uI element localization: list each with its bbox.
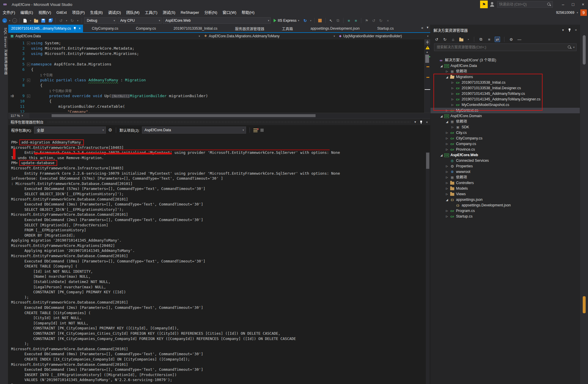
attach-process-icon[interactable] bbox=[317, 18, 323, 23]
navigate-backward-chevron-icon[interactable]: ▾ bbox=[8, 19, 11, 22]
notifications-flag-icon[interactable]: ⚑ bbox=[480, 1, 488, 8]
preview-selected-items-icon[interactable]: — bbox=[517, 37, 522, 42]
console-output[interactable]: PM>add-migration AddmanyToManyMicrosoft.… bbox=[8, 135, 430, 384]
menu-item-5[interactable]: 项目(P) bbox=[70, 9, 87, 16]
tree-item-program-cs[interactable]: ▷C#Program.cs bbox=[431, 208, 580, 214]
navigate-forward-icon[interactable]: → bbox=[12, 18, 17, 23]
expanded-arrow-icon[interactable]: ◢ bbox=[445, 119, 449, 124]
tree-item-company-cs[interactable]: ▷C#Company.cs bbox=[431, 141, 580, 147]
tree-item-appsettings-development-json[interactable]: {}appsettings.Development.json bbox=[431, 203, 580, 208]
clear-console-icon[interactable] bbox=[253, 128, 258, 132]
redo-chevron-icon[interactable]: ▾ bbox=[76, 19, 79, 22]
tree-item-citycompany-cs[interactable]: ▷C#CityCompany.cs bbox=[431, 136, 580, 141]
tab-active-migration-file[interactable]: 20190710141345...dmanyToMany.cs × bbox=[8, 25, 83, 32]
tree-item-20190710133538-initial-designer-cs[interactable]: ▷C#20190710133538_Initial.Designer.cs bbox=[431, 85, 580, 91]
se-back-icon[interactable]: ↺ bbox=[434, 37, 439, 42]
undo-icon[interactable]: ↺ bbox=[58, 18, 64, 23]
tree-item-mycontextmodelsnapshot-cs[interactable]: ▷C#MyContextModelSnapshot.cs bbox=[431, 102, 580, 108]
maximize-button[interactable]: □ bbox=[568, 0, 578, 9]
collapsed-arrow-icon[interactable]: ▷ bbox=[450, 91, 455, 97]
tree-item-appsettings-json[interactable]: ◢{}appsettings.json bbox=[431, 197, 580, 203]
next-bookmark-icon[interactable]: ↻ bbox=[378, 18, 384, 23]
pin-tab-icon[interactable] bbox=[73, 27, 76, 30]
menu-item-3[interactable]: 视图(V) bbox=[36, 9, 54, 16]
editor-horizontal-scrollbar[interactable] bbox=[29, 113, 430, 118]
minimize-button[interactable]: – bbox=[558, 0, 568, 9]
new-file-chevron-icon[interactable]: ▾ bbox=[29, 19, 32, 22]
collapsed-arrow-icon[interactable]: ▷ bbox=[445, 130, 449, 136]
tab-4[interactable]: 服务器资源管理器 bbox=[226, 25, 273, 32]
split-window-handle[interactable]: ╪ bbox=[425, 39, 430, 45]
expanded-arrow-icon[interactable]: ◢ bbox=[439, 63, 444, 69]
console-scroll-thumb[interactable] bbox=[426, 153, 429, 169]
collapsed-arrow-icon[interactable]: ▷ bbox=[445, 164, 449, 169]
tab-5[interactable]: 工具箱 bbox=[273, 25, 302, 32]
pin-panel-icon[interactable] bbox=[568, 28, 571, 32]
tree-item-startup-cs[interactable]: ▷C#Startup.cs bbox=[431, 214, 580, 219]
strip-scroll-thumb[interactable] bbox=[583, 35, 586, 65]
tree-item-sdk[interactable]: ▷▣SDK bbox=[431, 124, 580, 130]
collapse-box-icon[interactable]: − bbox=[27, 79, 30, 82]
save-icon[interactable] bbox=[40, 18, 46, 23]
package-source-combo[interactable]: 全部 ▾ bbox=[34, 127, 106, 134]
collapsed-arrow-icon[interactable]: ▷ bbox=[445, 214, 449, 219]
expanded-arrow-icon[interactable]: ◢ bbox=[445, 197, 449, 203]
sync-with-active-document-icon[interactable]: ⇄ bbox=[495, 37, 500, 42]
tab-1[interactable]: CityCompany.cs bbox=[83, 25, 127, 32]
collapsed-arrow-icon[interactable]: ▷ bbox=[445, 147, 449, 152]
collapsed-arrow-icon[interactable]: ▷ bbox=[450, 80, 455, 85]
tree-item-migrations[interactable]: ◢Migrations bbox=[431, 74, 580, 80]
tree-item-controllers[interactable]: ▷Controllers bbox=[431, 180, 580, 186]
collapse-box-icon[interactable]: − bbox=[27, 63, 30, 66]
fold-marker[interactable]: − bbox=[26, 62, 31, 67]
tab-7[interactable]: Startup.cs bbox=[368, 25, 402, 32]
navbar-type-dropdown[interactable]: ❖ AspEfCore.Data.Migrations.AddmanyToMan… bbox=[202, 33, 337, 39]
console-scrollbar[interactable] bbox=[426, 152, 430, 384]
pending-changes-filter-icon[interactable]: ⧉ bbox=[478, 37, 484, 42]
menu-item-13[interactable]: 窗口(W) bbox=[220, 9, 239, 16]
tree-item--[interactable]: ◢▦依赖项 bbox=[431, 119, 580, 124]
collapsed-arrow-icon[interactable]: ▷ bbox=[445, 208, 449, 214]
solution-platform-combo[interactable]: Any CPU▾ bbox=[118, 17, 162, 24]
tree-item-mycontext-cs[interactable]: ▷C#MyContext.cs bbox=[431, 108, 580, 113]
previous-bookmark-icon[interactable]: ↺ bbox=[371, 18, 377, 23]
new-file-icon[interactable] bbox=[22, 18, 28, 23]
code-text-area[interactable]: 1−using System;2using Microsoft.EntityFr… bbox=[8, 39, 424, 113]
expanded-arrow-icon[interactable]: ◢ bbox=[445, 74, 449, 80]
solution-explorer-title-bar[interactable]: 解决方案资源管理器 ▾ × bbox=[431, 25, 580, 35]
document-outline-icon[interactable]: ⧉ bbox=[335, 18, 341, 23]
collapse-box-icon[interactable]: − bbox=[27, 95, 30, 98]
refresh-icon[interactable]: ↻ bbox=[302, 18, 308, 23]
window-position-chevron-icon[interactable]: ▾ bbox=[562, 28, 564, 32]
editor-scrollbar[interactable]: ╪ ▲ bbox=[424, 39, 430, 113]
tree-item-connected-services[interactable]: ◎Connected Services bbox=[431, 158, 580, 164]
close-button[interactable]: × bbox=[578, 0, 588, 9]
navigate-backward-icon[interactable]: ← bbox=[2, 18, 7, 23]
window-position-chevron-icon[interactable]: ▾ bbox=[414, 120, 416, 124]
decrease-indent-icon[interactable]: ≡ bbox=[346, 18, 352, 23]
tree-item-models[interactable]: ▷Models bbox=[431, 186, 580, 191]
active-files-dropdown-icon[interactable]: ▼ bbox=[426, 26, 429, 30]
tree-item-aspefcore-data[interactable]: ◢C#AspEfCore.Data bbox=[431, 63, 580, 69]
tree-item-views[interactable]: ▷Views bbox=[431, 191, 580, 197]
fold-marker[interactable]: − bbox=[26, 78, 31, 83]
expanded-arrow-icon[interactable]: ◢ bbox=[439, 113, 444, 119]
feedback-icon[interactable] bbox=[489, 2, 495, 7]
solution-search-input[interactable] bbox=[434, 45, 567, 49]
chevron-down-icon[interactable]: ▾ bbox=[573, 46, 575, 49]
collapsed-arrow-icon[interactable]: ▷ bbox=[450, 102, 455, 108]
menu-item-9[interactable]: 工具(T) bbox=[142, 9, 160, 16]
sql-server-object-explorer-tab[interactable]: SQL Server 对象资源管理器 bbox=[0, 25, 8, 384]
scroll-up-icon[interactable]: ▲ bbox=[426, 50, 428, 53]
fold-marker[interactable]: − bbox=[26, 93, 31, 99]
tree-item-20190710141345-addmanytomany-designer-cs[interactable]: ▷C#20190710141345_AddmanyToMany.Designer… bbox=[431, 97, 580, 102]
default-project-combo[interactable]: AspEfCore.Data ▾ bbox=[142, 127, 246, 134]
solution-search-box[interactable]: ▾ bbox=[434, 43, 577, 51]
tree-item-20190710133538-initial-cs[interactable]: ▷C#20190710133538_Initial.cs bbox=[431, 80, 580, 85]
menu-item-14[interactable]: 帮助(H) bbox=[239, 9, 257, 16]
collapsed-arrow-icon[interactable]: ▷ bbox=[450, 85, 455, 91]
editor-hscroll-thumb[interactable] bbox=[52, 114, 316, 117]
menu-item-10[interactable]: 测试(S) bbox=[160, 9, 178, 16]
redo-icon[interactable]: ↻ bbox=[69, 18, 75, 23]
tree-item-city-cs[interactable]: ▷C#City.cs bbox=[431, 130, 580, 136]
